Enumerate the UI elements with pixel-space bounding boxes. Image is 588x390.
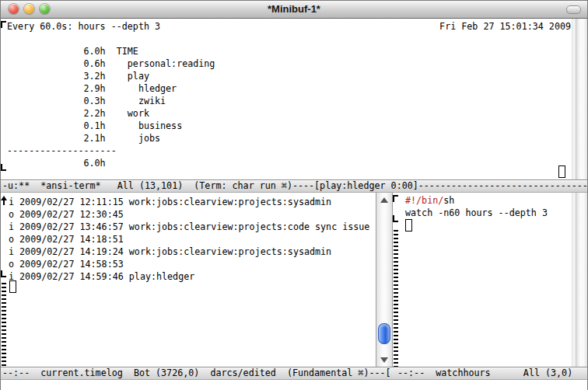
modeline-watchhours[interactable]: --:-- watchhours All (3,0): [396, 367, 587, 380]
scrollbar-thumb[interactable]: [378, 323, 390, 344]
terminal-cursor: [558, 165, 565, 178]
shebang-interp: sh: [443, 195, 454, 206]
emacs-window: *Minibuf-1* Every 60.0s: hours --depth 3…: [0, 0, 588, 390]
fringe-empty-line-marks: [394, 230, 398, 367]
scroll-up-arrow-icon[interactable]: [380, 197, 388, 203]
shebang-line: #!/bin/sh: [405, 194, 548, 207]
fringe-bottom-left-angle-icon: [393, 215, 398, 222]
watchhours-scrollbar-track[interactable]: [576, 193, 587, 367]
timelog-cursor: [9, 280, 16, 293]
timelog-entry: o 2009/02/27 12:30:45: [9, 208, 369, 221]
timelog-entry: i 2009/02/27 13:46:57 work:jobs:clearvie…: [9, 221, 369, 233]
watchhours-lines: #!/bin/sh watch -n60 hours --depth 3: [405, 194, 548, 219]
scroll-down-arrow-icon[interactable]: [380, 357, 388, 363]
watchhours-cursor: [405, 219, 412, 232]
watchhours-scrollbar[interactable]: [572, 193, 587, 367]
timelog-lines: i 2009/02/27 12:11:15 work:jobs:clearvie…: [9, 196, 369, 283]
minibuffer[interactable]: Redo: (ansi-term "/Users/simon/bin/watch…: [1, 380, 587, 390]
report-line: 2.1h jobs: [7, 132, 571, 145]
report-line: 2.9h hledger: [7, 82, 571, 95]
watch-header: Every 60.0s: hours --depth 3 Fri Feb 27 …: [7, 20, 571, 33]
term-scrollbar[interactable]: [572, 19, 587, 179]
report-line: 6.0h TIME: [7, 45, 571, 57]
lower-modelines: --:-- current.timelog Bot (3726,0) darcs…: [1, 367, 587, 380]
fringe-bottom-left-angle-icon: [1, 164, 6, 171]
report-line: 0.1h business: [7, 120, 571, 132]
fringe-bottom-left-angle-icon: [1, 270, 6, 277]
timelog-entry: i 2009/02/27 14:59:46 play:hledger: [9, 270, 369, 283]
report-line: 6.0h: [7, 157, 571, 169]
fringe-top-left-angle-icon: [1, 21, 6, 28]
report-line: --------------------: [7, 145, 571, 157]
timelog-entry: o 2009/02/27 14:18:51: [9, 233, 369, 245]
timelog-buffer[interactable]: i 2009/02/27 12:11:15 work:jobs:clearvie…: [1, 193, 376, 367]
window-title: *Minibuf-1*: [268, 3, 320, 16]
watch-command: Every 60.0s: hours --depth 3: [7, 20, 160, 33]
report-line: 0.6h personal:reading: [7, 57, 571, 70]
shebang-path: #!/bin/: [405, 195, 443, 206]
timelog-scrollbar[interactable]: [376, 193, 393, 367]
fringe-empty-line-marks: [2, 283, 6, 367]
script-line: watch -n60 hours --depth 3: [405, 207, 548, 219]
timelog-entry: i 2009/02/27 12:11:15 work:jobs:clearvie…: [9, 196, 369, 208]
close-button[interactable]: [9, 4, 19, 14]
watch-output: Every 60.0s: hours --depth 3 Fri Feb 27 …: [7, 20, 571, 169]
lower-split: i 2009/02/27 12:11:15 work:jobs:clearvie…: [1, 193, 587, 367]
watchhours-buffer[interactable]: #!/bin/sh watch -n60 hours --depth 3: [393, 193, 587, 367]
report-line: 2.2h work: [7, 107, 571, 120]
ansi-term-buffer[interactable]: Every 60.0s: hours --depth 3 Fri Feb 27 …: [1, 19, 587, 179]
modeline-timelog[interactable]: --:-- current.timelog Bot (3726,0) darcs…: [1, 367, 396, 380]
traffic-lights: [9, 4, 50, 14]
toolbar-toggle-button[interactable]: [567, 6, 580, 13]
timelog-entry: i 2009/02/27 14:19:24 work:jobs:clearvie…: [9, 245, 369, 258]
fringe-top-left-angle-icon: [393, 195, 398, 202]
minimize-button[interactable]: [24, 4, 34, 14]
report-line: 3.2h play: [7, 70, 571, 82]
fringe-up-arrow-icon: [1, 196, 7, 206]
zoom-button[interactable]: [40, 4, 50, 14]
report-line: 0.3h zwiki: [7, 95, 571, 107]
term-scrollbar-track[interactable]: [576, 19, 587, 179]
modeline-ansi-term[interactable]: -u:** *ansi-term* All (13,101) (Term: ch…: [1, 179, 587, 193]
blank-line: [7, 33, 571, 45]
timelog-entry: o 2009/02/27 14:58:53: [9, 258, 369, 270]
watch-timestamp: Fri Feb 27 15:01:34 2009: [439, 20, 571, 33]
title-bar[interactable]: *Minibuf-1*: [1, 1, 587, 19]
